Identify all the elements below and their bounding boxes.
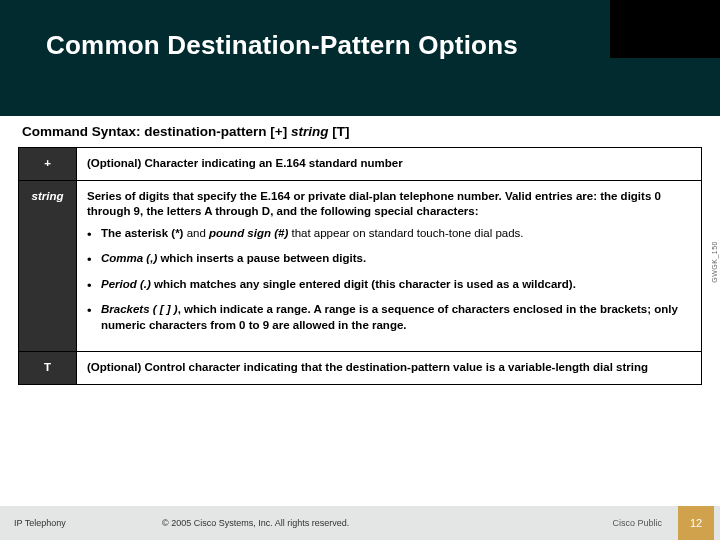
table-row: string Series of digits that specify the…: [19, 180, 702, 352]
desc-plus: (Optional) Character indicating an E.164…: [77, 148, 702, 181]
footer-left: IP Telephony: [14, 518, 66, 528]
b4-bi: Brackets ( [ ] ): [101, 303, 178, 315]
desc-t-text: (Optional) Control character indicating …: [87, 361, 648, 373]
b1-bi: pound sign (#): [209, 227, 288, 239]
desc-string-lead: Series of digits that specify the E.164 …: [87, 189, 691, 220]
content-area: Command Syntax: destination-pattern [+] …: [0, 116, 720, 393]
corner-accent: [610, 0, 720, 58]
footer-page-number: 12: [678, 506, 714, 540]
footer-copyright: © 2005 Cisco Systems, Inc. All rights re…: [162, 518, 349, 528]
desc-plus-text: (Optional) Character indicating an E.164…: [87, 157, 403, 169]
b1-bold: The asterisk (*): [101, 227, 183, 239]
table-row: T (Optional) Control character indicatin…: [19, 352, 702, 385]
desc-t: (Optional) Control character indicating …: [77, 352, 702, 385]
command-syntax-line: Command Syntax: destination-pattern [+] …: [18, 122, 702, 147]
b2-tail: which inserts a pause between digits.: [157, 252, 366, 264]
footer-bar: IP Telephony © 2005 Cisco Systems, Inc. …: [0, 506, 720, 540]
list-item: Brackets ( [ ] ), which indicate a range…: [91, 302, 691, 333]
table-row: + (Optional) Character indicating an E.1…: [19, 148, 702, 181]
desc-string: Series of digits that specify the E.164 …: [77, 180, 702, 352]
options-table: + (Optional) Character indicating an E.1…: [18, 147, 702, 385]
list-item: Comma (,) which inserts a pause between …: [91, 251, 691, 267]
bullet-list: The asterisk (*) and pound sign (#) that…: [87, 226, 691, 334]
list-item: The asterisk (*) and pound sign (#) that…: [91, 226, 691, 242]
title-band: Common Destination-Pattern Options: [0, 0, 720, 116]
footer-right: Cisco Public: [612, 518, 662, 528]
slide-title: Common Destination-Pattern Options: [46, 30, 518, 61]
syntax-command: destination-pattern: [144, 124, 266, 139]
b3-bi: Period (.): [101, 278, 151, 290]
b1-tail: that appear on standard touch-tone dial …: [288, 227, 523, 239]
syntax-t: [T]: [332, 124, 349, 139]
key-string: string: [19, 180, 77, 352]
key-plus: +: [19, 148, 77, 181]
syntax-label: Command Syntax:: [22, 124, 141, 139]
syntax-string: string: [291, 124, 329, 139]
b1-mid: and: [183, 227, 209, 239]
side-watermark: GWGK_150: [711, 241, 718, 283]
b2-bi: Comma (,): [101, 252, 157, 264]
key-t: T: [19, 352, 77, 385]
list-item: Period (.) which matches any single ente…: [91, 277, 691, 293]
b3-tail: which matches any single entered digit (…: [151, 278, 576, 290]
syntax-plus: [+]: [270, 124, 287, 139]
b4-tail: , which indicate a range. A range is a s…: [101, 303, 678, 331]
